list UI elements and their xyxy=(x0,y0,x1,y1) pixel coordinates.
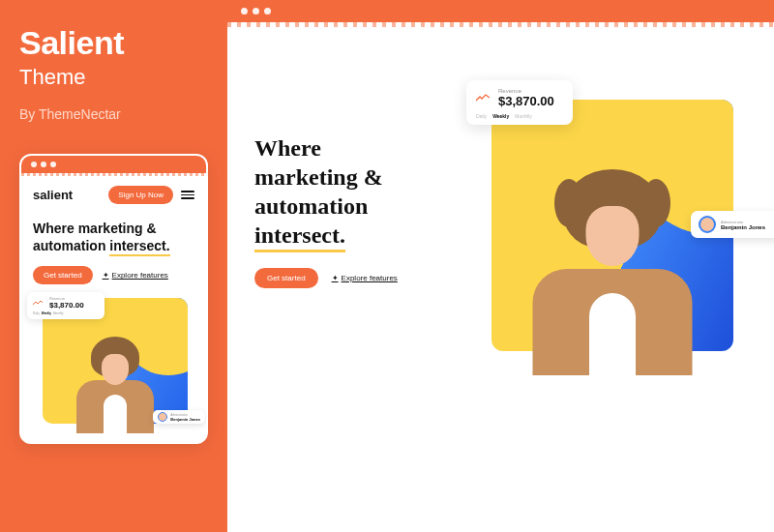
mobile-logo[interactable]: salient xyxy=(33,188,73,202)
revenue-value: $3,870.00 xyxy=(498,94,554,108)
explore-features-link[interactable]: ✦ Explore features xyxy=(103,271,168,280)
mobile-preview: salient Sign Up Now Where marketing & au… xyxy=(19,154,208,444)
mobile-hero-graphic: Revenue $3,870.00 Daily Weekly Monthly xyxy=(33,298,197,433)
user-pill[interactable]: Administrator Benjamin Jones ⌄ xyxy=(691,211,774,238)
tab-daily[interactable]: Daily xyxy=(33,311,40,315)
hero-line-3: automation xyxy=(254,193,368,219)
tab-monthly[interactable]: Monthly xyxy=(515,113,532,119)
user-pill[interactable]: Administrator Benjamin Jones xyxy=(153,410,205,424)
desktop-content: Where marketing & automation intersect. … xyxy=(227,27,774,375)
desktop-window-controls xyxy=(227,0,774,22)
sparkline-icon xyxy=(476,94,490,103)
theme-subtitle: Theme xyxy=(19,65,208,90)
shirt xyxy=(589,293,636,375)
hero-line-1: Where marketing & xyxy=(33,221,157,236)
signup-button[interactable]: Sign Up Now xyxy=(108,186,173,204)
tab-weekly[interactable]: Weekly xyxy=(492,113,509,119)
window-dot-icon xyxy=(41,162,46,167)
tab-daily[interactable]: Daily xyxy=(476,113,487,119)
desktop-hero-graphic: Revenue $3,870.00 Daily Weekly Monthly xyxy=(472,75,747,375)
avatar xyxy=(158,412,167,422)
revenue-card: Revenue $3,870.00 Daily Weekly Monthly xyxy=(466,80,573,125)
get-started-button[interactable]: Get started xyxy=(33,266,93,284)
revenue-tabs[interactable]: Daily Weekly Monthly xyxy=(33,311,99,315)
mobile-cta-row: Get started ✦ Explore features xyxy=(33,266,194,284)
hero-underlined-word: intersect. xyxy=(109,237,169,256)
mobile-window-controls xyxy=(21,156,206,173)
desktop-preview: Where marketing & automation intersect. … xyxy=(227,0,774,532)
face xyxy=(586,206,640,266)
user-name: Benjamin Jones xyxy=(170,417,200,422)
sparkle-icon: ✦ xyxy=(332,274,339,282)
tab-monthly[interactable]: Monthly xyxy=(53,311,64,315)
explore-label: Explore features xyxy=(342,274,398,282)
desktop-hero-text: Where marketing & automation intersect. xyxy=(254,133,443,252)
get-started-button[interactable]: Get started xyxy=(254,268,318,288)
person-illustration xyxy=(530,167,695,375)
window-dot-icon xyxy=(253,8,259,15)
revenue-value: $3,870.00 xyxy=(49,301,84,310)
person-illustration xyxy=(72,337,159,433)
user-name: Benjamin Jones xyxy=(721,224,765,230)
hero-line-1: Where xyxy=(254,135,321,161)
desktop-cta-row: Get started ✦ Explore features xyxy=(254,268,443,288)
hero-line-2-prefix: automation xyxy=(33,238,109,253)
theme-name: Salient xyxy=(19,24,208,62)
mobile-hero-text: Where marketing & automation intersect. xyxy=(33,220,194,256)
explore-features-link[interactable]: ✦ Explore features xyxy=(332,274,398,282)
shirt xyxy=(104,395,127,433)
window-dot-icon xyxy=(50,162,56,167)
hero-line-2: marketing & xyxy=(254,164,383,190)
sparkline-icon xyxy=(33,300,43,306)
sparkle-icon: ✦ xyxy=(103,271,109,280)
theme-showcase: Salient Theme By ThemeNectar salient Sig… xyxy=(0,0,774,532)
avatar xyxy=(699,216,716,233)
face xyxy=(102,354,129,385)
revenue-card: Revenue $3,870.00 Daily Weekly Monthly xyxy=(27,292,104,319)
mobile-content: salient Sign Up Now Where marketing & au… xyxy=(21,176,206,443)
window-dot-icon xyxy=(31,162,37,167)
left-panel: Salient Theme By ThemeNectar salient Sig… xyxy=(0,0,227,532)
explore-label: Explore features xyxy=(112,271,168,280)
window-dot-icon xyxy=(241,8,248,15)
window-dot-icon xyxy=(264,8,271,15)
theme-author: By ThemeNectar xyxy=(19,106,208,122)
revenue-tabs[interactable]: Daily Weekly Monthly xyxy=(476,113,563,119)
mobile-header: salient Sign Up Now xyxy=(33,186,194,204)
hero-underlined-word: intersect. xyxy=(254,221,345,252)
hamburger-menu-icon[interactable] xyxy=(181,191,194,199)
tab-weekly[interactable]: Weekly xyxy=(42,311,51,315)
desktop-text-column: Where marketing & automation intersect. … xyxy=(254,75,443,288)
